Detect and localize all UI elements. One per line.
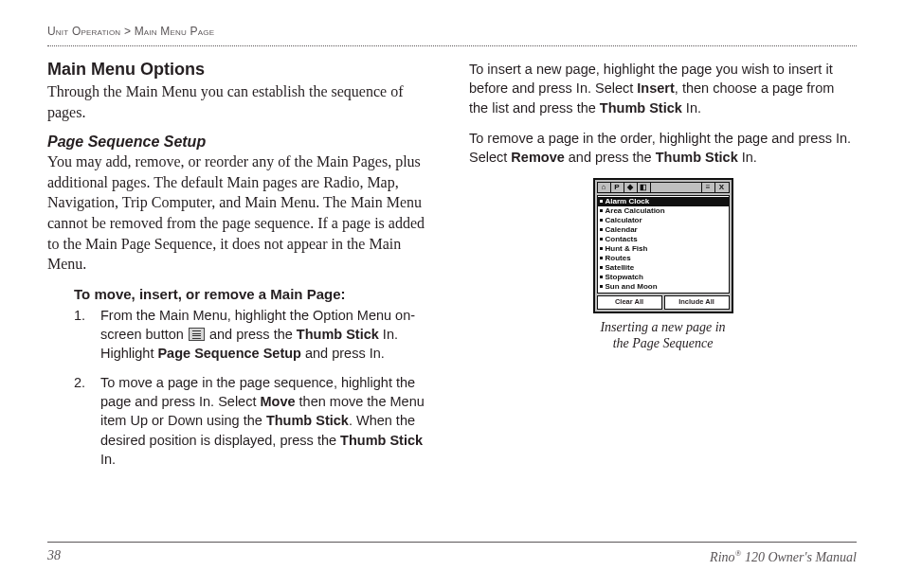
two-column-layout: Main Menu Options Through the Main Menu … <box>47 60 857 478</box>
list-item: Satellite <box>598 263 729 273</box>
breadcrumb-section: Unit Operation <box>47 25 120 38</box>
text-run: In. <box>682 100 701 116</box>
titlebar-close-icon: X <box>715 183 729 192</box>
product-name: Rino <box>710 550 734 564</box>
bold-term: Thumb Stick <box>600 100 682 116</box>
subsection-heading: Page Sequence Setup <box>47 134 435 151</box>
bold-term: Remove <box>511 150 564 165</box>
step-item: 2. To move a page in the page sequence, … <box>74 373 435 469</box>
list-item: Hunt & Fish <box>598 244 729 254</box>
bold-term: Thumb Stick <box>266 413 349 428</box>
text-run: and press the <box>565 150 656 165</box>
list-item: Sun and Moon <box>598 282 729 292</box>
page-number: 38 <box>47 548 61 565</box>
continuation-paragraph: To insert a new page, highlight the page… <box>469 60 857 117</box>
page-footer: 38 Rino® 120 Owner's Manual <box>47 542 857 565</box>
device-titlebar: ⌂ P ◆ ◧ ≡ X <box>597 182 730 193</box>
breadcrumb-page: Main Menu Page <box>135 25 215 38</box>
list-item: Routes <box>598 254 729 263</box>
left-column: Main Menu Options Through the Main Menu … <box>47 60 435 478</box>
caption-line: the Page Sequence <box>613 336 714 350</box>
titlebar-icon: ⌂ <box>598 183 611 192</box>
list-item: Calendar <box>598 225 729 235</box>
intro-paragraph: Through the Main Menu you can establish … <box>47 81 435 122</box>
include-all-button: Include All <box>664 295 730 310</box>
bold-term: Thumb Stick <box>297 327 379 342</box>
device-screenshot: ⌂ P ◆ ◧ ≡ X Alarm Clock Area Calculation… <box>593 178 733 313</box>
bold-term: Insert <box>637 80 675 96</box>
list-item: Calculator <box>598 216 729 225</box>
bold-term: Thumb Stick <box>656 150 738 165</box>
caption-line: Inserting a new page in <box>600 320 725 334</box>
manual-title: Rino® 120 Owner's Manual <box>710 548 857 565</box>
titlebar-icon: ◧ <box>638 183 651 192</box>
menu-icon <box>189 328 205 341</box>
right-column: To insert a new page, highlight the page… <box>469 60 857 478</box>
list-item: Area Calculation <box>598 206 729 216</box>
step-text: and press the <box>206 327 297 342</box>
device-button-row: Clear All Include All <box>597 295 730 310</box>
step-number: 1. <box>74 306 85 325</box>
breadcrumb-separator: > <box>124 25 131 38</box>
titlebar-spacer <box>651 183 702 192</box>
footer-row: 38 Rino® 120 Owner's Manual <box>47 548 857 565</box>
clear-all-button: Clear All <box>597 295 662 310</box>
section-heading: Main Menu Options <box>47 60 435 80</box>
footer-rule <box>47 542 857 543</box>
titlebar-icon: ◆ <box>624 183 638 192</box>
continuation-paragraph: To remove a page in the order, highlight… <box>469 129 857 168</box>
bold-term: Page Sequence Setup <box>157 346 301 361</box>
product-suffix: 120 Owner's Manual <box>741 550 857 564</box>
titlebar-menu-icon: ≡ <box>702 183 715 192</box>
header-rule <box>47 45 857 46</box>
bold-term: Move <box>260 394 295 409</box>
list-item: Alarm Clock <box>598 197 729 206</box>
step-text: In. <box>100 452 116 467</box>
step-text: and press In. <box>301 346 385 361</box>
bold-term: Thumb Stick <box>340 433 423 448</box>
procedure-steps: 1. From the Main Menu, highlight the Opt… <box>47 306 435 469</box>
text-run: In. <box>738 150 757 165</box>
list-item: Contacts <box>598 235 729 244</box>
breadcrumb: Unit Operation > Main Menu Page <box>47 25 857 38</box>
figure-caption: Inserting a new page in the Page Sequenc… <box>469 319 857 352</box>
subsection-paragraph: You may add, remove, or reorder any of t… <box>47 151 435 275</box>
device-menu-list: Alarm Clock Area Calculation Calculator … <box>597 195 730 294</box>
page-content: Unit Operation > Main Menu Page Main Men… <box>0 0 904 478</box>
step-item: 1. From the Main Menu, highlight the Opt… <box>74 306 435 364</box>
list-item: Stopwatch <box>598 273 729 282</box>
titlebar-icon: P <box>611 183 624 192</box>
step-number: 2. <box>74 373 85 392</box>
procedure-heading: To move, insert, or remove a Main Page: <box>47 286 435 302</box>
device-figure: ⌂ P ◆ ◧ ≡ X Alarm Clock Area Calculation… <box>469 178 857 352</box>
